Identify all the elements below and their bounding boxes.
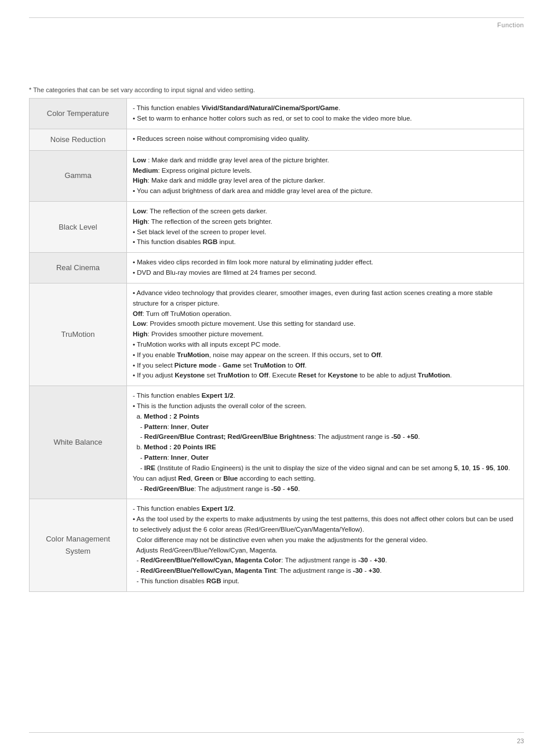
row-content-2: Low : Make dark and middle gray level ar… [127, 150, 524, 201]
footer-rule [29, 732, 524, 733]
row-content-0: - This function enables Vivid/Standard/N… [127, 99, 524, 129]
row-content-1: • Reduces screen noise without compromis… [127, 129, 524, 150]
row-label-7: Color ManagementSystem [30, 499, 127, 592]
header-function-label: Function [497, 21, 524, 28]
row-label-6: White Balance [30, 386, 127, 499]
table-row: Color ManagementSystem- This function en… [30, 499, 524, 592]
row-label-1: Noise Reduction [30, 129, 127, 150]
row-content-4: • Makes video clips recorded in film loo… [127, 253, 524, 284]
row-content-7: - This function enables Expert 1/2.• As … [127, 499, 524, 592]
footer-page-number: 23 [517, 737, 524, 744]
table-row: Real Cinema• Makes video clips recorded … [30, 253, 524, 284]
row-content-3: Low: The reflection of the screen gets d… [127, 202, 524, 253]
top-rule [29, 17, 524, 18]
table-row: Black LevelLow: The reflection of the sc… [30, 202, 524, 253]
header-row: Function [29, 21, 524, 28]
row-label-3: Black Level [30, 202, 127, 253]
row-label-5: TruMotion [30, 283, 127, 386]
row-content-5: • Advance video technology that provides… [127, 283, 524, 386]
table-row: GammaLow : Make dark and middle gray lev… [30, 150, 524, 201]
table-row: TruMotion• Advance video technology that… [30, 283, 524, 386]
row-content-6: - This function enables Expert 1/2.• Thi… [127, 386, 524, 499]
row-label-4: Real Cinema [30, 253, 127, 284]
page: Function * The categories that can be se… [0, 0, 553, 756]
note-text: * The categories that can be set vary ac… [29, 86, 524, 93]
row-label-0: Color Temperature [30, 99, 127, 129]
row-label-2: Gamma [30, 150, 127, 201]
feature-table: Color Temperature- This function enables… [29, 98, 524, 592]
table-row: Noise Reduction• Reduces screen noise wi… [30, 129, 524, 150]
table-row: Color Temperature- This function enables… [30, 99, 524, 129]
table-row: White Balance- This function enables Exp… [30, 386, 524, 499]
